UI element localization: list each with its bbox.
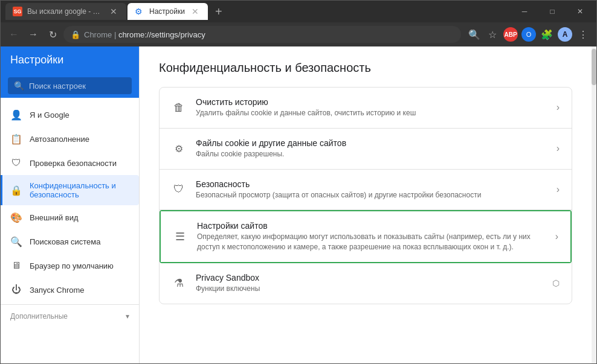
url-domain: Chrome xyxy=(84,30,112,39)
privacy-sandbox-external-icon: ⬡ xyxy=(552,278,560,288)
user-avatar: A xyxy=(558,27,572,42)
clear-history-arrow: › xyxy=(557,102,560,113)
advanced-label: Дополнительные xyxy=(10,312,68,321)
content-area: Конфиденциальность и безопасность 🗑 Очис… xyxy=(140,46,596,363)
sidebar-item-autofill-label: Автозаполнение xyxy=(30,135,89,144)
clear-history-item[interactable]: 🗑 Очистить историю Удалить файлы cookie … xyxy=(160,88,572,129)
security-item[interactable]: 🛡 Безопасность Безопасный просмотр (защи… xyxy=(160,170,572,211)
tab-favicon-sergoot: SG xyxy=(13,7,22,16)
autofill-icon: 📋 xyxy=(10,133,22,145)
sidebar-item-appearance[interactable]: 🎨 Внешний вид xyxy=(1,205,139,229)
site-settings-icon: ☰ xyxy=(173,229,187,244)
addressbar: ← → ↻ 🔒 Chrome | chrome://settings/priva… xyxy=(1,22,596,46)
window-controls: ─ □ ✕ xyxy=(511,1,594,22)
avatar-icon[interactable]: A xyxy=(557,26,573,43)
sidebar-item-appearance-label: Внешний вид xyxy=(30,213,79,222)
site-settings-highlighted-wrapper: ☰ Настройки сайтов Определяет, какую инф… xyxy=(160,210,572,263)
site-settings-desc: Определяет, какую информацию могут испол… xyxy=(197,232,546,252)
privacy-sandbox-content: Privacy Sandbox Функции включены xyxy=(196,273,543,294)
new-tab-button[interactable]: + xyxy=(210,3,227,20)
sidebar-item-search-label: Поисковая система xyxy=(30,237,101,246)
minimize-button[interactable]: ─ xyxy=(511,1,538,22)
privacy-sandbox-item[interactable]: ⚗ Privacy Sandbox Функции включены ⬡ xyxy=(160,263,572,304)
search-inner[interactable]: 🔍 Поиск настроек xyxy=(8,77,132,94)
privacy-sandbox-desc: Функции включены xyxy=(196,284,543,294)
lock-icon: 🔒 xyxy=(71,30,80,39)
cookies-icon: ⚙ xyxy=(172,141,186,156)
cookies-item[interactable]: ⚙ Файлы cookie и другие данные сайтов Фа… xyxy=(160,129,572,170)
privacy-sandbox-icon: ⚗ xyxy=(172,276,186,290)
tab-close-sergoot[interactable]: ✕ xyxy=(108,6,119,17)
tab-label-settings: Настройки xyxy=(149,7,185,16)
sidebar-item-google[interactable]: 👤 Я и Google xyxy=(1,103,139,127)
sidebar-top-spacer xyxy=(1,98,139,103)
browser-icon: 🖥 xyxy=(10,260,22,272)
url-text: Chrome | chrome://settings/privacy xyxy=(84,30,454,39)
tab-sergoot[interactable]: SG Вы искали google - Sergoot.ru – ✕ xyxy=(5,3,126,20)
sidebar-item-safety-label: Проверка безопасности xyxy=(30,159,117,168)
menu-icon[interactable]: ⋮ xyxy=(575,26,592,43)
sidebar-advanced-section[interactable]: Дополнительные ▾ xyxy=(1,307,139,323)
startup-icon: ⏻ xyxy=(10,284,22,296)
sidebar-item-browser[interactable]: 🖥 Браузер по умолчанию xyxy=(1,254,139,278)
sidebar-item-startup-label: Запуск Chrome xyxy=(30,286,85,295)
privacy-icon: 🔒 xyxy=(10,184,22,196)
browser-window: SG Вы искали google - Sergoot.ru – ✕ ⚙ Н… xyxy=(0,0,597,364)
privacy-sandbox-title: Privacy Sandbox xyxy=(196,273,543,283)
tab-label-sergoot: Вы искали google - Sergoot.ru – xyxy=(27,7,103,16)
appearance-icon: 🎨 xyxy=(10,211,22,223)
clear-history-content: Очистить историю Удалить файлы cookie и … xyxy=(196,97,547,118)
url-bar[interactable]: 🔒 Chrome | chrome://settings/privacy xyxy=(63,26,461,43)
back-button[interactable]: ← xyxy=(5,26,22,43)
content-inner: Конфиденциальность и безопасность 🗑 Очис… xyxy=(140,46,596,319)
maximize-button[interactable]: □ xyxy=(538,1,566,22)
security-title: Безопасность xyxy=(196,179,547,189)
settings-tab-icon: ⚙ xyxy=(135,7,144,16)
abp-badge: ABP xyxy=(503,27,518,42)
security-arrow: › xyxy=(557,184,560,195)
forward-button[interactable]: → xyxy=(25,26,42,43)
sidebar-item-google-label: Я и Google xyxy=(30,110,69,120)
toolbar-icons: 🔍 ☆ ABP O 🧩 A ⋮ xyxy=(466,26,592,43)
security-desc: Безопасный просмотр (защита от опасных с… xyxy=(196,190,547,200)
opera-badge: O xyxy=(521,27,536,42)
settings-search-bar: 🔍 Поиск настроек xyxy=(1,74,139,98)
site-settings-arrow: › xyxy=(555,231,558,242)
sidebar-item-privacy-label: Конфиденциальность и безопасность xyxy=(30,181,129,199)
scrollbar-track[interactable] xyxy=(592,46,596,363)
sidebar-item-browser-label: Браузер по умолчанию xyxy=(30,261,114,270)
cookies-arrow: › xyxy=(557,143,560,154)
search-toolbar-icon[interactable]: 🔍 xyxy=(466,26,483,43)
sidebar-item-search[interactable]: 🔍 Поисковая система xyxy=(1,229,139,254)
url-path: chrome://settings/privacy xyxy=(118,30,205,39)
bookmark-icon[interactable]: ☆ xyxy=(484,26,501,43)
search-engine-icon: 🔍 xyxy=(10,235,22,247)
sidebar-item-safety[interactable]: 🛡 Проверка безопасности xyxy=(1,151,139,175)
page-title: Конфиденциальность и безопасность xyxy=(159,61,572,75)
opera-extension-icon[interactable]: O xyxy=(520,26,537,43)
abp-extension-icon[interactable]: ABP xyxy=(502,26,519,43)
sidebar: Настройки 🔍 Поиск настроек 👤 Я и Google … xyxy=(1,46,140,363)
scrollbar-thumb[interactable] xyxy=(592,49,596,85)
settings-card: 🗑 Очистить историю Удалить файлы cookie … xyxy=(159,87,572,304)
search-placeholder: Поиск настроек xyxy=(29,81,86,91)
tab-settings[interactable]: ⚙ Настройки ✕ xyxy=(127,3,208,20)
extensions-icon[interactable]: 🧩 xyxy=(538,26,555,43)
cookies-desc: Файлы cookie разрешены. xyxy=(196,149,547,159)
titlebar: SG Вы искали google - Sergoot.ru – ✕ ⚙ Н… xyxy=(1,1,596,22)
sidebar-title: Настройки xyxy=(1,46,139,74)
clear-history-desc: Удалить файлы cookie и данные сайтов, оч… xyxy=(196,108,547,118)
security-content: Безопасность Безопасный просмотр (защита… xyxy=(196,179,547,200)
clear-history-icon: 🗑 xyxy=(172,100,186,115)
advanced-arrow: ▾ xyxy=(126,312,129,321)
sidebar-item-autofill[interactable]: 📋 Автозаполнение xyxy=(1,127,139,151)
sidebar-divider xyxy=(1,304,139,305)
site-settings-item[interactable]: ☰ Настройки сайтов Определяет, какую инф… xyxy=(161,211,570,262)
main-area: Настройки 🔍 Поиск настроек 👤 Я и Google … xyxy=(1,46,596,363)
sidebar-item-startup[interactable]: ⏻ Запуск Chrome xyxy=(1,278,139,302)
tab-close-settings[interactable]: ✕ xyxy=(190,6,201,17)
clear-history-title: Очистить историю xyxy=(196,97,547,107)
close-button[interactable]: ✕ xyxy=(566,1,594,22)
reload-button[interactable]: ↻ xyxy=(44,26,61,43)
sidebar-item-privacy[interactable]: 🔒 Конфиденциальность и безопасность xyxy=(1,175,139,205)
